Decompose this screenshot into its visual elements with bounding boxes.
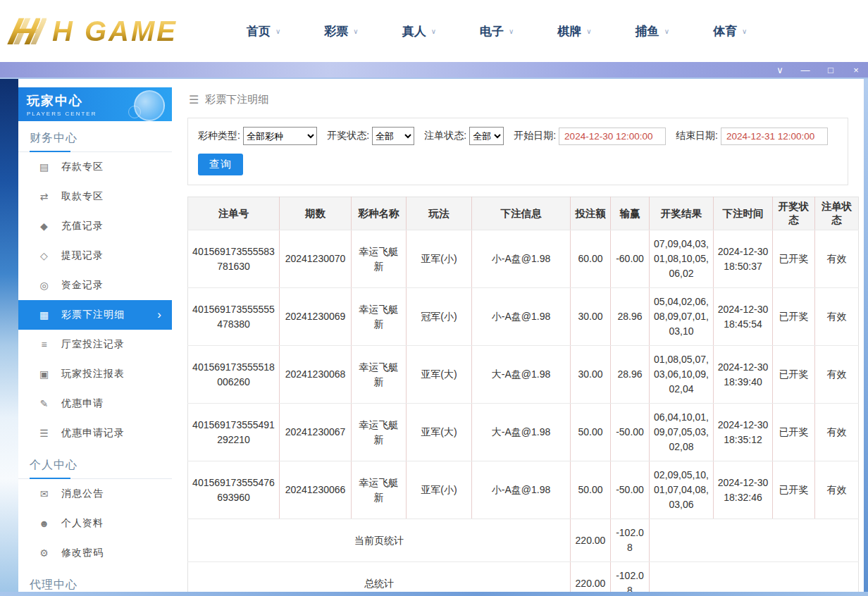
sidebar: 玩家中心 PLAYERS CENTER 财务中心▤存款专区⇄取款专区◆充值记录◇…	[18, 79, 172, 592]
main-content: ☰ 彩票下注明细 彩种类型: 全部彩种 开奖状态: 全部 注单状态: 全部 开始…	[172, 79, 864, 592]
table-row: 40156917355547669396020241230066幸运飞艇新亚军(…	[188, 461, 859, 519]
nav-item-label: 电子	[480, 23, 504, 39]
cell-win-loss: -50.00	[611, 404, 650, 461]
window-close-icon[interactable]: ×	[851, 66, 861, 75]
sidebar-item-withdraw[interactable]: ⇄取款专区	[18, 182, 172, 211]
sidebar-menu: 财务中心▤存款专区⇄取款专区◆充值记录◇提现记录◎资金记录▦彩票下注明细›≡厅室…	[18, 121, 172, 592]
cell-order-no: 401569173555583781630	[188, 230, 280, 288]
nav-item-home[interactable]: 首页∨	[247, 23, 280, 39]
bets-table: 注单号期数彩种名称玩法下注信息投注额输赢开奖结果下注时间开奖状态注单状态 401…	[187, 197, 859, 592]
cell-play: 亚军(大)	[407, 346, 472, 404]
nav-item-fishing[interactable]: 捕鱼∨	[636, 23, 669, 39]
top-header: H H H GAME 首页∨彩票∨真人∨电子∨棋牌∨捕鱼∨体育∨	[0, 0, 868, 62]
window-collapse-icon[interactable]: ∨	[775, 66, 785, 75]
table-row: 40156917355555547838020241230069幸运飞艇新冠军(…	[188, 288, 859, 346]
cell-order-status: 有效	[815, 288, 859, 346]
sidebar-item-promo-apply[interactable]: ✎优惠申请	[18, 389, 172, 418]
withdraw-record-icon: ◇	[38, 250, 51, 261]
cell-order-no: 401569173555491292210	[188, 404, 280, 461]
cell-lottery-name: 幸运飞艇新	[352, 288, 407, 346]
withdraw-icon: ⇄	[38, 191, 51, 202]
window-maximize-icon[interactable]: □	[826, 66, 836, 75]
cell-bet-amount: 30.00	[571, 288, 611, 346]
table-body: 40156917355558378163020241230070幸运飞艇新亚军(…	[188, 230, 859, 592]
table-header-row: 注单号期数彩种名称玩法下注信息投注额输赢开奖结果下注时间开奖状态注单状态	[188, 197, 859, 230]
summary-win-loss: -102.08	[611, 519, 650, 562]
cell-play: 冠军(小)	[407, 288, 472, 346]
search-button[interactable]: 查询	[198, 154, 243, 175]
col-header-bet-info: 下注信息	[472, 197, 571, 230]
cell-lottery-name: 幸运飞艇新	[352, 461, 407, 519]
person-icon: ☻	[38, 518, 51, 529]
sidebar-item-player-bet-report[interactable]: ▣玩家投注报表	[18, 359, 172, 389]
chevron-down-icon: ∨	[275, 27, 280, 35]
cell-order-no: 401569173555518006260	[188, 346, 280, 404]
summary-label: 当前页统计	[188, 519, 571, 562]
summary-empty	[650, 562, 859, 592]
cell-bet-amount: 50.00	[571, 461, 611, 519]
chevron-down-icon: ∨	[353, 27, 358, 35]
sidebar-item-recharge-record[interactable]: ◆充值记录	[18, 211, 172, 241]
section-title-finance: 财务中心	[18, 121, 172, 152]
sidebar-item-change-password[interactable]: ⚙修改密码	[18, 538, 172, 568]
cell-draw-result: 02,09,05,10,01,07,04,08,03,06	[650, 461, 714, 519]
end-date-input[interactable]	[721, 128, 828, 145]
col-header-win-loss: 输赢	[611, 197, 650, 230]
draw-status-select[interactable]: 全部	[372, 127, 414, 145]
nav-item-board[interactable]: 棋牌∨	[557, 23, 591, 39]
app-frame: 玩家中心 PLAYERS CENTER 财务中心▤存款专区⇄取款专区◆充值记录◇…	[0, 77, 868, 592]
col-header-order-status: 注单状态	[815, 197, 859, 230]
start-date-label: 开始日期:	[514, 130, 556, 142]
chevron-right-icon: ›	[157, 308, 162, 322]
cell-order-status: 有效	[815, 461, 859, 519]
sidebar-item-profile[interactable]: ☻个人资料	[18, 509, 172, 538]
lottery-type-label: 彩种类型:	[198, 130, 240, 142]
sidebar-item-label: 充值记录	[61, 220, 104, 232]
cell-bet-time: 2024-12-30 18:39:40	[714, 346, 773, 404]
window-minimize-icon[interactable]: —	[800, 66, 810, 75]
sidebar-subtitle: PLAYERS CENTER	[27, 111, 163, 117]
cell-bet-info: 小-A盘@1.98	[472, 288, 571, 346]
gear-icon: ⚙	[38, 547, 51, 559]
sidebar-item-funds-record[interactable]: ◎资金记录	[18, 271, 172, 300]
sidebar-item-promo-apply-record[interactable]: ☰优惠申请记录	[18, 418, 172, 448]
cell-bet-time: 2024-12-30 18:32:46	[714, 461, 773, 519]
nav-item-label: 体育	[713, 23, 737, 39]
sidebar-item-lottery-bet-detail[interactable]: ▦彩票下注明细›	[18, 300, 172, 330]
chevron-down-icon: ∨	[431, 27, 436, 35]
cell-order-status: 有效	[815, 346, 859, 404]
sidebar-item-announcements[interactable]: ✉消息公告	[18, 479, 172, 509]
nav-item-electronic[interactable]: 电子∨	[480, 23, 514, 39]
breadcrumb: ☰ 彩票下注明细	[172, 79, 864, 116]
menu-toggle-icon[interactable]: ☰	[189, 93, 199, 106]
cell-period: 20241230067	[280, 404, 352, 461]
cell-draw-status: 已开奖	[773, 288, 815, 346]
nav-item-label: 首页	[247, 23, 271, 39]
lottery-type-select[interactable]: 全部彩种	[243, 127, 317, 145]
nav-item-sports[interactable]: 体育∨	[713, 23, 747, 39]
sidebar-item-label: 修改密码	[61, 547, 104, 559]
col-header-bet-amount: 投注额	[571, 197, 611, 230]
logo[interactable]: H H H GAME	[10, 12, 216, 50]
cell-lottery-name: 幸运飞艇新	[352, 404, 407, 461]
sidebar-item-label: 彩票下注明细	[61, 309, 125, 321]
start-date-input[interactable]	[559, 128, 666, 145]
sidebar-item-withdraw-record[interactable]: ◇提现记录	[18, 241, 172, 271]
cell-period: 20241230070	[280, 230, 352, 288]
sidebar-item-deposit[interactable]: ▤存款专区	[18, 152, 172, 182]
nav-item-live[interactable]: 真人∨	[402, 23, 436, 39]
announcement-icon: ✉	[38, 488, 51, 499]
summary-row: 总统计220.00-102.08	[188, 562, 859, 592]
order-status-select[interactable]: 全部	[469, 127, 504, 145]
sidebar-item-hall-bet-record[interactable]: ≡厅室投注记录	[18, 330, 172, 359]
sidebar-item-label: 存款专区	[61, 161, 104, 173]
cell-win-loss: -50.00	[611, 461, 650, 519]
cell-win-loss: 28.96	[611, 346, 650, 404]
funds-record-icon: ◎	[38, 280, 51, 291]
col-header-order-no: 注单号	[188, 197, 280, 230]
cell-bet-time: 2024-12-30 18:45:54	[714, 288, 773, 346]
nav-item-lottery[interactable]: 彩票∨	[324, 23, 358, 39]
sidebar-item-label: 玩家投注报表	[61, 368, 125, 380]
cell-draw-result: 06,04,10,01,09,07,05,03,02,08	[650, 404, 714, 461]
sidebar-item-label: 消息公告	[61, 488, 104, 500]
